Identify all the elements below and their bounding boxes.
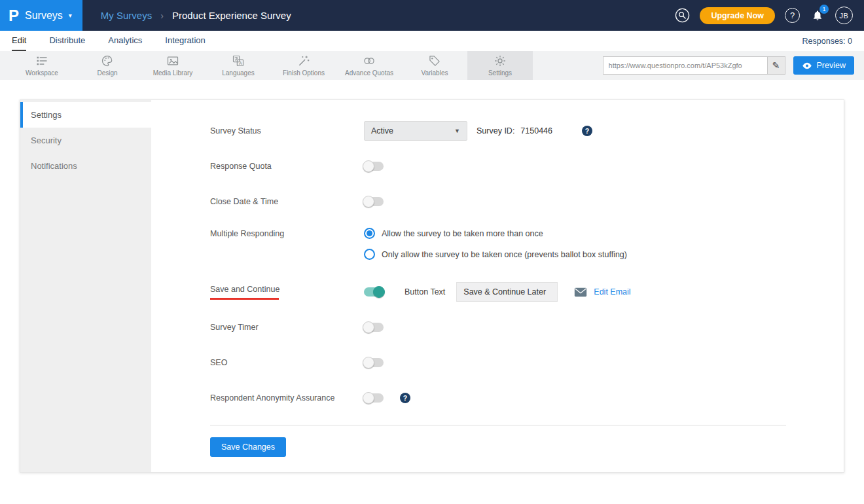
toggle-knob bbox=[363, 196, 374, 207]
settings-sidebar: Settings Security Notifications bbox=[20, 100, 151, 472]
app-logo-menu[interactable]: P Surveys ▾ bbox=[0, 0, 82, 31]
breadcrumb: My Surveys › Product Experience Survey bbox=[101, 10, 291, 21]
breadcrumb-my-surveys[interactable]: My Surveys bbox=[101, 10, 152, 21]
main-nav-tabs: Edit Distribute Analytics Integration Re… bbox=[0, 31, 864, 51]
multiple-responding-row: Multiple Responding Allow the survey to … bbox=[210, 219, 844, 274]
email-envelope-icon bbox=[574, 287, 587, 297]
toolbar-item-media-library[interactable]: Media Library bbox=[140, 51, 206, 80]
survey-id-label: Survey ID: bbox=[477, 126, 514, 135]
radio-selected-icon bbox=[364, 228, 375, 239]
annotation-red-underline bbox=[210, 298, 279, 300]
survey-timer-row: Survey Timer bbox=[210, 310, 844, 345]
anonymity-label: Respondent Anonymity Assurance bbox=[210, 393, 364, 403]
toolbar-item-languages[interactable]: A Languages bbox=[206, 51, 271, 80]
tab-distribute[interactable]: Distribute bbox=[49, 31, 85, 51]
close-date-label: Close Date & Time bbox=[210, 197, 364, 206]
breadcrumb-current-survey: Product Experience Survey bbox=[172, 10, 291, 21]
eye-icon bbox=[802, 62, 812, 69]
sidebar-item-settings[interactable]: Settings bbox=[20, 102, 151, 128]
toggle-knob bbox=[363, 392, 374, 404]
survey-timer-label: Survey Timer bbox=[210, 323, 364, 332]
survey-timer-toggle[interactable] bbox=[364, 323, 384, 332]
edit-url-pencil-icon[interactable]: ✎ bbox=[767, 57, 785, 74]
anonymity-help-icon[interactable]: ? bbox=[400, 393, 410, 403]
workspace-icon bbox=[35, 54, 48, 67]
user-avatar[interactable]: JB bbox=[835, 7, 853, 24]
survey-id-help-icon[interactable]: ? bbox=[582, 126, 592, 136]
topbar-actions: Upgrade Now ? 1 JB bbox=[675, 7, 864, 24]
help-icon[interactable]: ? bbox=[785, 8, 800, 23]
radio-unselected-icon bbox=[364, 249, 375, 260]
close-date-toggle[interactable] bbox=[364, 197, 384, 206]
save-and-continue-row: Save and Continue Button Text Edit Email bbox=[210, 274, 844, 310]
survey-url-input[interactable] bbox=[603, 62, 767, 69]
survey-url-field: ✎ bbox=[603, 56, 785, 75]
tab-analytics[interactable]: Analytics bbox=[108, 31, 142, 51]
save-and-continue-toggle[interactable] bbox=[364, 287, 384, 297]
response-quota-row: Response Quota bbox=[210, 149, 844, 184]
survey-status-row: Survey Status Active ▼ Survey ID: 715044… bbox=[210, 113, 844, 149]
survey-status-label: Survey Status bbox=[210, 126, 364, 135]
search-icon[interactable] bbox=[675, 8, 690, 23]
multiple-responding-options: Allow the survey to be taken more than o… bbox=[364, 228, 627, 260]
gear-icon bbox=[494, 54, 507, 67]
radio-option-multiple[interactable]: Allow the survey to be taken more than o… bbox=[364, 228, 627, 239]
tag-icon bbox=[428, 54, 441, 67]
toolbar-item-design[interactable]: Design bbox=[75, 51, 140, 80]
languages-translate-icon: A bbox=[232, 54, 245, 67]
button-text-input[interactable] bbox=[456, 282, 558, 302]
tab-integration[interactable]: Integration bbox=[165, 31, 205, 51]
edit-toolbar: Workspace Design Media Library A Languag… bbox=[0, 51, 864, 80]
breadcrumb-separator-icon: › bbox=[160, 10, 164, 21]
toolbar-item-advance-quotas[interactable]: Advance Quotas bbox=[336, 51, 402, 80]
anonymity-row: Respondent Anonymity Assurance ? bbox=[210, 380, 844, 416]
save-and-continue-label: Save and Continue bbox=[210, 285, 364, 294]
response-quota-label: Response Quota bbox=[210, 162, 364, 171]
chain-links-icon bbox=[363, 54, 376, 67]
toolbar-right: ✎ Preview bbox=[603, 51, 864, 80]
multiple-responding-label: Multiple Responding bbox=[210, 228, 364, 238]
save-changes-button[interactable]: Save Changes bbox=[210, 437, 286, 457]
close-date-row: Close Date & Time bbox=[210, 184, 844, 219]
toggle-knob bbox=[363, 357, 374, 369]
tab-edit[interactable]: Edit bbox=[12, 31, 26, 51]
toolbar-item-finish-options[interactable]: Finish Options bbox=[271, 51, 336, 80]
anonymity-toggle[interactable] bbox=[364, 393, 384, 403]
seo-toggle[interactable] bbox=[364, 358, 384, 367]
questionpro-logo-icon: P bbox=[9, 8, 19, 24]
button-text-label: Button Text bbox=[405, 287, 445, 297]
seo-row: SEO bbox=[210, 345, 844, 380]
app-menu-label: Surveys bbox=[25, 10, 63, 22]
chevron-down-icon: ▾ bbox=[69, 12, 72, 19]
toolbar-item-variables[interactable]: Variables bbox=[402, 51, 467, 80]
response-quota-toggle[interactable] bbox=[364, 162, 384, 171]
toggle-knob bbox=[373, 286, 385, 298]
select-caret-icon: ▼ bbox=[454, 128, 460, 134]
notification-count-badge: 1 bbox=[819, 5, 829, 14]
sidebar-item-security[interactable]: Security bbox=[20, 128, 151, 153]
settings-panel: Settings Security Notifications Survey S… bbox=[20, 99, 844, 473]
media-image-icon bbox=[166, 54, 179, 67]
notifications-bell-icon[interactable]: 1 bbox=[810, 8, 825, 24]
toggle-knob bbox=[363, 321, 374, 333]
responses-count: Responses: 0 bbox=[802, 37, 852, 46]
toolbar-item-settings[interactable]: Settings bbox=[467, 51, 533, 80]
sidebar-item-notifications[interactable]: Notifications bbox=[20, 153, 151, 179]
magic-wand-icon bbox=[297, 54, 310, 67]
toolbar-item-workspace[interactable]: Workspace bbox=[9, 51, 75, 80]
save-and-continue-label-block: Save and Continue bbox=[210, 285, 364, 300]
topbar: P Surveys ▾ My Surveys › Product Experie… bbox=[0, 0, 864, 31]
settings-form: Survey Status Active ▼ Survey ID: 715044… bbox=[151, 100, 844, 472]
edit-email-link[interactable]: Edit Email bbox=[594, 287, 630, 297]
survey-id-value: 7150446 bbox=[520, 126, 552, 135]
upgrade-now-button[interactable]: Upgrade Now bbox=[700, 7, 775, 24]
design-palette-icon bbox=[101, 54, 114, 67]
form-divider bbox=[210, 425, 786, 425]
preview-button[interactable]: Preview bbox=[793, 56, 854, 75]
seo-label: SEO bbox=[210, 358, 364, 367]
survey-status-select[interactable]: Active ▼ bbox=[364, 121, 467, 141]
radio-option-once[interactable]: Only allow the survey to be taken once (… bbox=[364, 249, 627, 260]
svg-text:A: A bbox=[239, 61, 242, 66]
toggle-knob bbox=[363, 160, 374, 172]
